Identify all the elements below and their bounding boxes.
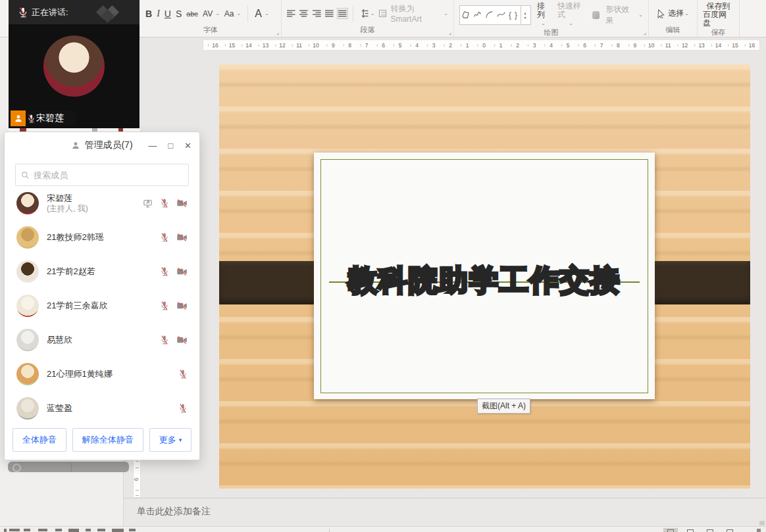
camera-muted-icon[interactable] [176, 199, 188, 208]
mic-muted-icon[interactable] [160, 198, 169, 208]
member-list-item[interactable]: 易慧欣 [5, 323, 199, 357]
arrange-button[interactable]: 排列 ⌄ [537, 2, 551, 28]
mic-muted-icon[interactable] [178, 369, 188, 379]
member-panel-footer-button[interactable]: 解除全体静音 [72, 428, 143, 452]
change-case-button[interactable]: Aa [224, 9, 234, 18]
camera-muted-icon[interactable] [176, 301, 188, 310]
view-normal-button[interactable] [663, 528, 678, 532]
member-name: 宋碧莲 [47, 193, 143, 204]
mic-muted-icon[interactable] [160, 266, 169, 277]
member-list-item[interactable]: 21学前2赵若 [5, 254, 199, 289]
ruler-number: 5 [399, 42, 402, 49]
editing-group-label: 编辑 [649, 25, 697, 37]
ruler-number: 15 [732, 42, 738, 49]
member-list-item[interactable]: 21学前三余嘉欣 [5, 289, 199, 323]
font-dialog-launcher[interactable]: ⌟ [276, 29, 279, 36]
notes-placeholder[interactable]: 单击此处添加备注 [124, 498, 766, 526]
convert-to-smartart-button[interactable]: 转换为 SmartArt [390, 3, 442, 24]
view-reading-button[interactable] [703, 528, 717, 532]
member-panel-title: 管理成员(7) [84, 139, 132, 151]
save-to-baidu-netdisk-button[interactable]: 保存到 百度网盘 [703, 2, 734, 28]
member-search-box [15, 164, 189, 186]
left-brace-shape-icon[interactable]: { [509, 11, 511, 20]
align-center-icon[interactable] [299, 9, 308, 18]
line-spacing-icon[interactable] [359, 9, 368, 18]
ruler-number: 4 [549, 42, 553, 49]
smartart-icon [379, 10, 387, 17]
shape-effects-button[interactable]: 形状效果 [605, 4, 634, 26]
justify-icon[interactable] [325, 9, 334, 18]
status-clipped-fragment [38, 529, 47, 531]
member-name: 21教技师2韩瑶 [47, 232, 160, 243]
notes-scrollbar[interactable] [759, 521, 765, 525]
view-slideshow-button[interactable] [723, 528, 737, 532]
ruler-tick: ı [611, 43, 613, 47]
shapes-gallery-more-button[interactable]: ▴▾ [521, 6, 529, 24]
camera-muted-icon[interactable] [176, 267, 188, 276]
mic-muted-icon[interactable] [160, 301, 169, 311]
chevron-down-icon[interactable]: ⌄ [265, 11, 269, 16]
chevron-down-icon[interactable]: ⌄ [684, 11, 689, 16]
align-right-icon[interactable] [313, 9, 321, 18]
mic-muted-icon[interactable] [178, 403, 188, 414]
font-color-button[interactable]: A [255, 8, 262, 20]
quick-styles-button[interactable]: 快速样式 ⌄ [557, 2, 586, 28]
ruler-number: 0 [482, 42, 486, 49]
camera-muted-icon[interactable] [176, 335, 188, 345]
chevron-down-icon[interactable]: ⌄ [638, 12, 643, 18]
character-spacing-button[interactable]: AV [203, 9, 213, 18]
member-panel-footer-button[interactable]: 全体静音 [13, 428, 66, 452]
member-avatar [16, 363, 39, 385]
minimize-button[interactable]: — [148, 141, 157, 151]
member-panel-header[interactable]: 管理成员(7) — □ ✕ [5, 132, 199, 158]
member-list-item[interactable]: 21教技师2韩瑶 [5, 220, 199, 254]
chevron-down-icon[interactable]: ⌄ [215, 11, 220, 16]
curve-shape-icon[interactable] [497, 11, 505, 19]
mic-muted-icon[interactable] [160, 232, 169, 243]
drawing-dialog-launcher[interactable]: ⌟ [644, 29, 646, 36]
close-button[interactable]: ✕ [184, 141, 192, 151]
freeform-shape-icon[interactable] [461, 11, 470, 19]
text-shadow-button[interactable]: S [176, 9, 182, 19]
chevron-down-icon[interactable]: ⌄ [444, 11, 448, 16]
maximize-button[interactable]: □ [168, 141, 173, 151]
ruler-tick: ı [677, 43, 678, 47]
share-toolbar-fragment[interactable] [8, 462, 129, 472]
chevron-down-icon[interactable]: ⌄ [370, 11, 375, 16]
strikethrough-button[interactable]: abc [186, 10, 198, 18]
view-slide-sorter-button[interactable] [683, 528, 698, 532]
paragraph-group-label: 段落 [282, 25, 453, 37]
slide-canvas[interactable]: 教科院助学工作交接 [219, 64, 750, 489]
speaking-status-bar[interactable]: 正在讲话: [9, 0, 140, 24]
slide-title-text[interactable]: 教科院助学工作交接 [314, 262, 655, 299]
presenter-video-tile[interactable]: 宋碧莲 [9, 24, 140, 128]
align-left-icon[interactable] [287, 9, 295, 18]
member-search-input[interactable] [34, 170, 183, 180]
ruler-number: 10 [648, 42, 654, 49]
zoom-slider-knob[interactable] [757, 529, 761, 532]
underline-button[interactable]: U [165, 9, 171, 19]
chevron-down-icon[interactable]: ⌄ [237, 11, 242, 16]
member-list-item[interactable]: 宋碧莲 (主持人, 我) [5, 186, 199, 220]
mic-muted-icon[interactable] [160, 335, 169, 345]
arc-shape-icon[interactable] [485, 11, 494, 19]
bold-button[interactable]: B [145, 9, 152, 19]
ruler-tick: ı [224, 43, 226, 47]
distribute-text-icon[interactable] [338, 9, 347, 18]
shape-effects-icon [592, 11, 600, 19]
right-brace-shape-icon[interactable]: } [515, 11, 517, 20]
member-list: 宋碧莲 (主持人, 我) [5, 186, 199, 420]
ruler-tick: ı [661, 43, 662, 47]
member-panel-footer-button[interactable]: 更多 ▾ [149, 428, 192, 452]
status-clipped-fragment [68, 529, 79, 532]
member-list-item[interactable]: 21心理师1黄纯娜 [5, 357, 199, 391]
member-list-item[interactable]: 蓝莹盈 [5, 391, 199, 420]
ruler-tick: ı [461, 43, 462, 47]
paragraph-dialog-launcher[interactable]: ⌟ [449, 29, 451, 36]
camera-muted-icon[interactable] [176, 233, 188, 242]
select-button[interactable]: 选择 [668, 8, 684, 19]
ruler-tick: ı [644, 43, 645, 47]
scribble-shape-icon[interactable] [473, 11, 482, 19]
italic-button[interactable]: I [157, 9, 160, 19]
ruler-tick: ı [694, 43, 696, 47]
